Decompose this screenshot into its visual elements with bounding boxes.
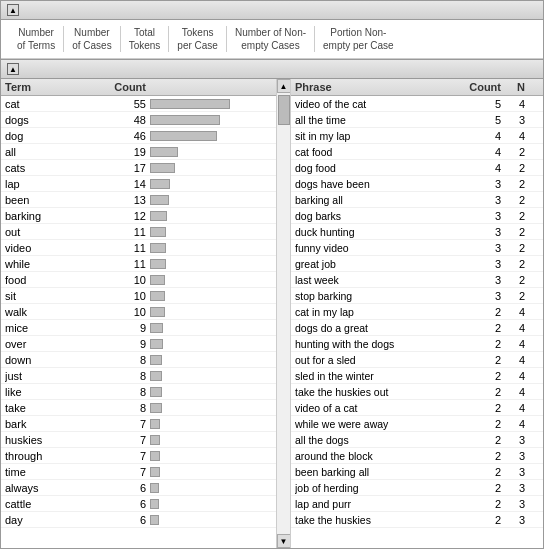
cell-n: 4 bbox=[505, 322, 525, 334]
bar-visual bbox=[150, 355, 162, 365]
table-row[interactable]: lap and purr 2 3 bbox=[291, 496, 543, 512]
cell-count: 11 bbox=[105, 242, 150, 254]
table-row[interactable]: out for a sled 2 4 bbox=[291, 352, 543, 368]
table-row[interactable]: dog barks 3 2 bbox=[291, 208, 543, 224]
bar-visual bbox=[150, 291, 165, 301]
left-table-body[interactable]: cat 55 dogs 48 dog 46 all 19 cats 17 lap… bbox=[1, 96, 276, 548]
table-row[interactable]: barking all 3 2 bbox=[291, 192, 543, 208]
cell-bar bbox=[150, 291, 272, 301]
table-row[interactable]: sit in my lap 4 4 bbox=[291, 128, 543, 144]
col-count-header: Count bbox=[105, 81, 150, 93]
cell-count-right: 3 bbox=[467, 226, 505, 238]
cell-count-right: 2 bbox=[467, 434, 505, 446]
table-row[interactable]: cat food 4 2 bbox=[291, 144, 543, 160]
cell-phrase: funny video bbox=[295, 242, 467, 254]
right-table-body[interactable]: video of the cat 5 4 all the time 5 3 si… bbox=[291, 96, 543, 548]
table-row[interactable]: duck hunting 3 2 bbox=[291, 224, 543, 240]
scroll-down-arrow[interactable]: ▼ bbox=[277, 534, 291, 548]
table-row[interactable]: all the dogs 2 3 bbox=[291, 432, 543, 448]
table-row[interactable]: take the huskies out 2 4 bbox=[291, 384, 543, 400]
cell-n: 4 bbox=[505, 306, 525, 318]
cell-phrase: dog food bbox=[295, 162, 467, 174]
table-row[interactable]: dogs have been 3 2 bbox=[291, 176, 543, 192]
col-count-right-header: Count bbox=[467, 81, 505, 93]
cell-bar bbox=[150, 499, 272, 509]
scroll-thumb[interactable] bbox=[278, 95, 290, 125]
table-row[interactable]: dog food 4 2 bbox=[291, 160, 543, 176]
table-row[interactable]: like 8 bbox=[1, 384, 276, 400]
cell-bar bbox=[150, 163, 272, 173]
table-row[interactable]: job of herding 2 3 bbox=[291, 480, 543, 496]
left-scrollbar[interactable]: ▲ ▼ bbox=[276, 79, 290, 548]
table-row[interactable]: all 19 bbox=[1, 144, 276, 160]
table-row[interactable]: sit 10 bbox=[1, 288, 276, 304]
table-row[interactable]: all the time 5 3 bbox=[291, 112, 543, 128]
cell-term: food bbox=[5, 274, 105, 286]
cell-term: huskies bbox=[5, 434, 105, 446]
table-row[interactable]: out 11 bbox=[1, 224, 276, 240]
table-row[interactable]: take 8 bbox=[1, 400, 276, 416]
bar-visual bbox=[150, 259, 166, 269]
cell-phrase: been barking all bbox=[295, 466, 467, 478]
table-row[interactable]: sled in the winter 2 4 bbox=[291, 368, 543, 384]
table-row[interactable]: while we were away 2 4 bbox=[291, 416, 543, 432]
table-row[interactable]: take the huskies 2 3 bbox=[291, 512, 543, 528]
table-row[interactable]: dogs 48 bbox=[1, 112, 276, 128]
cell-count: 48 bbox=[105, 114, 150, 126]
right-panel: Phrase Count N video of the cat 5 4 all … bbox=[291, 79, 543, 548]
cell-count-right: 3 bbox=[467, 210, 505, 222]
table-row[interactable]: video of a cat 2 4 bbox=[291, 400, 543, 416]
cell-count: 13 bbox=[105, 194, 150, 206]
table-row[interactable]: just 8 bbox=[1, 368, 276, 384]
left-table-content: Term Count cat 55 dogs 48 dog 46 all 19 bbox=[1, 79, 276, 548]
bar-visual bbox=[150, 483, 159, 493]
section-collapse-button[interactable]: ▲ bbox=[7, 63, 19, 75]
table-row[interactable]: food 10 bbox=[1, 272, 276, 288]
table-row[interactable]: been barking all 2 3 bbox=[291, 464, 543, 480]
table-row[interactable]: cats 17 bbox=[1, 160, 276, 176]
table-row[interactable]: always 6 bbox=[1, 480, 276, 496]
bar-visual bbox=[150, 211, 167, 221]
table-row[interactable]: dog 46 bbox=[1, 128, 276, 144]
cell-bar bbox=[150, 387, 272, 397]
table-row[interactable]: last week 3 2 bbox=[291, 272, 543, 288]
table-row[interactable]: through 7 bbox=[1, 448, 276, 464]
cell-count: 7 bbox=[105, 418, 150, 430]
table-row[interactable]: funny video 3 2 bbox=[291, 240, 543, 256]
table-row[interactable]: dogs do a great 2 4 bbox=[291, 320, 543, 336]
table-row[interactable]: stop barking 3 2 bbox=[291, 288, 543, 304]
table-row[interactable]: hunting with the dogs 2 4 bbox=[291, 336, 543, 352]
table-row[interactable]: around the block 2 3 bbox=[291, 448, 543, 464]
table-row[interactable]: barking 12 bbox=[1, 208, 276, 224]
table-row[interactable]: cat in my lap 2 4 bbox=[291, 304, 543, 320]
table-row[interactable]: down 8 bbox=[1, 352, 276, 368]
table-row[interactable]: over 9 bbox=[1, 336, 276, 352]
bar-visual bbox=[150, 515, 159, 525]
table-row[interactable]: while 11 bbox=[1, 256, 276, 272]
bar-visual bbox=[150, 179, 170, 189]
table-row[interactable]: cat 55 bbox=[1, 96, 276, 112]
table-row[interactable]: time 7 bbox=[1, 464, 276, 480]
table-row[interactable]: bark 7 bbox=[1, 416, 276, 432]
cell-phrase: cat food bbox=[295, 146, 467, 158]
table-row[interactable]: walk 10 bbox=[1, 304, 276, 320]
cell-term: sit bbox=[5, 290, 105, 302]
collapse-button[interactable]: ▲ bbox=[7, 4, 19, 16]
table-row[interactable]: lap 14 bbox=[1, 176, 276, 192]
cell-n: 3 bbox=[505, 450, 525, 462]
table-row[interactable]: cattle 6 bbox=[1, 496, 276, 512]
table-row[interactable]: huskies 7 bbox=[1, 432, 276, 448]
left-table-header: Term Count bbox=[1, 79, 276, 96]
cell-bar bbox=[150, 275, 272, 285]
table-row[interactable]: video of the cat 5 4 bbox=[291, 96, 543, 112]
table-row[interactable]: video 11 bbox=[1, 240, 276, 256]
table-row[interactable]: great job 3 2 bbox=[291, 256, 543, 272]
cell-count-right: 2 bbox=[467, 482, 505, 494]
table-row[interactable]: been 13 bbox=[1, 192, 276, 208]
table-row[interactable]: mice 9 bbox=[1, 320, 276, 336]
scroll-up-arrow[interactable]: ▲ bbox=[277, 79, 291, 93]
table-row[interactable]: day 6 bbox=[1, 512, 276, 528]
cell-count-right: 4 bbox=[467, 162, 505, 174]
cell-bar bbox=[150, 259, 272, 269]
cell-phrase: while we were away bbox=[295, 418, 467, 430]
